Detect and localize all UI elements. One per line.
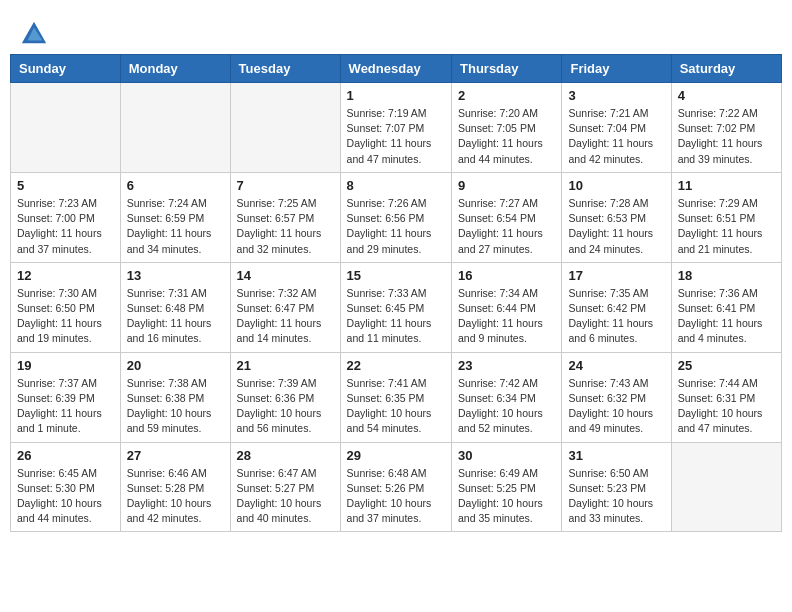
day-number: 26 (17, 448, 114, 463)
day-info: Sunrise: 7:44 AM Sunset: 6:31 PM Dayligh… (678, 376, 775, 437)
day-info: Sunrise: 6:47 AM Sunset: 5:27 PM Dayligh… (237, 466, 334, 527)
day-number: 2 (458, 88, 555, 103)
day-number: 29 (347, 448, 445, 463)
day-info: Sunrise: 7:35 AM Sunset: 6:42 PM Dayligh… (568, 286, 664, 347)
calendar-day-cell: 23Sunrise: 7:42 AM Sunset: 6:34 PM Dayli… (452, 352, 562, 442)
calendar-day-cell: 27Sunrise: 6:46 AM Sunset: 5:28 PM Dayli… (120, 442, 230, 532)
day-info: Sunrise: 7:19 AM Sunset: 7:07 PM Dayligh… (347, 106, 445, 167)
day-number: 21 (237, 358, 334, 373)
day-info: Sunrise: 7:37 AM Sunset: 6:39 PM Dayligh… (17, 376, 114, 437)
day-number: 24 (568, 358, 664, 373)
day-info: Sunrise: 7:23 AM Sunset: 7:00 PM Dayligh… (17, 196, 114, 257)
calendar-week-row: 19Sunrise: 7:37 AM Sunset: 6:39 PM Dayli… (11, 352, 782, 442)
day-of-week-header: Wednesday (340, 55, 451, 83)
calendar-day-cell (671, 442, 781, 532)
calendar-day-cell: 14Sunrise: 7:32 AM Sunset: 6:47 PM Dayli… (230, 262, 340, 352)
day-info: Sunrise: 7:29 AM Sunset: 6:51 PM Dayligh… (678, 196, 775, 257)
calendar-table: SundayMondayTuesdayWednesdayThursdayFrid… (10, 54, 782, 532)
day-number: 19 (17, 358, 114, 373)
calendar-week-row: 12Sunrise: 7:30 AM Sunset: 6:50 PM Dayli… (11, 262, 782, 352)
day-number: 5 (17, 178, 114, 193)
calendar-week-row: 1Sunrise: 7:19 AM Sunset: 7:07 PM Daylig… (11, 83, 782, 173)
calendar-day-cell: 10Sunrise: 7:28 AM Sunset: 6:53 PM Dayli… (562, 172, 671, 262)
calendar-day-cell: 19Sunrise: 7:37 AM Sunset: 6:39 PM Dayli… (11, 352, 121, 442)
day-number: 28 (237, 448, 334, 463)
day-info: Sunrise: 7:36 AM Sunset: 6:41 PM Dayligh… (678, 286, 775, 347)
day-number: 16 (458, 268, 555, 283)
day-info: Sunrise: 7:34 AM Sunset: 6:44 PM Dayligh… (458, 286, 555, 347)
calendar-day-cell: 12Sunrise: 7:30 AM Sunset: 6:50 PM Dayli… (11, 262, 121, 352)
calendar-day-cell: 29Sunrise: 6:48 AM Sunset: 5:26 PM Dayli… (340, 442, 451, 532)
calendar-day-cell: 31Sunrise: 6:50 AM Sunset: 5:23 PM Dayli… (562, 442, 671, 532)
day-number: 15 (347, 268, 445, 283)
day-number: 20 (127, 358, 224, 373)
calendar-week-row: 26Sunrise: 6:45 AM Sunset: 5:30 PM Dayli… (11, 442, 782, 532)
calendar-header-row: SundayMondayTuesdayWednesdayThursdayFrid… (11, 55, 782, 83)
day-info: Sunrise: 7:21 AM Sunset: 7:04 PM Dayligh… (568, 106, 664, 167)
day-number: 10 (568, 178, 664, 193)
calendar-day-cell: 26Sunrise: 6:45 AM Sunset: 5:30 PM Dayli… (11, 442, 121, 532)
day-number: 11 (678, 178, 775, 193)
day-number: 22 (347, 358, 445, 373)
day-number: 9 (458, 178, 555, 193)
day-info: Sunrise: 7:28 AM Sunset: 6:53 PM Dayligh… (568, 196, 664, 257)
day-number: 23 (458, 358, 555, 373)
calendar-day-cell: 22Sunrise: 7:41 AM Sunset: 6:35 PM Dayli… (340, 352, 451, 442)
day-info: Sunrise: 7:33 AM Sunset: 6:45 PM Dayligh… (347, 286, 445, 347)
day-number: 30 (458, 448, 555, 463)
calendar-day-cell (230, 83, 340, 173)
day-of-week-header: Monday (120, 55, 230, 83)
day-number: 3 (568, 88, 664, 103)
calendar-day-cell: 3Sunrise: 7:21 AM Sunset: 7:04 PM Daylig… (562, 83, 671, 173)
day-info: Sunrise: 7:42 AM Sunset: 6:34 PM Dayligh… (458, 376, 555, 437)
day-number: 13 (127, 268, 224, 283)
day-info: Sunrise: 7:22 AM Sunset: 7:02 PM Dayligh… (678, 106, 775, 167)
day-number: 7 (237, 178, 334, 193)
day-info: Sunrise: 6:46 AM Sunset: 5:28 PM Dayligh… (127, 466, 224, 527)
day-of-week-header: Thursday (452, 55, 562, 83)
day-info: Sunrise: 7:32 AM Sunset: 6:47 PM Dayligh… (237, 286, 334, 347)
calendar-day-cell: 21Sunrise: 7:39 AM Sunset: 6:36 PM Dayli… (230, 352, 340, 442)
calendar-day-cell: 28Sunrise: 6:47 AM Sunset: 5:27 PM Dayli… (230, 442, 340, 532)
day-of-week-header: Sunday (11, 55, 121, 83)
day-info: Sunrise: 7:38 AM Sunset: 6:38 PM Dayligh… (127, 376, 224, 437)
day-info: Sunrise: 7:31 AM Sunset: 6:48 PM Dayligh… (127, 286, 224, 347)
calendar-week-row: 5Sunrise: 7:23 AM Sunset: 7:00 PM Daylig… (11, 172, 782, 262)
day-number: 18 (678, 268, 775, 283)
day-info: Sunrise: 6:49 AM Sunset: 5:25 PM Dayligh… (458, 466, 555, 527)
calendar-day-cell: 4Sunrise: 7:22 AM Sunset: 7:02 PM Daylig… (671, 83, 781, 173)
day-number: 6 (127, 178, 224, 193)
day-info: Sunrise: 6:48 AM Sunset: 5:26 PM Dayligh… (347, 466, 445, 527)
calendar-day-cell: 11Sunrise: 7:29 AM Sunset: 6:51 PM Dayli… (671, 172, 781, 262)
calendar-day-cell: 30Sunrise: 6:49 AM Sunset: 5:25 PM Dayli… (452, 442, 562, 532)
day-number: 1 (347, 88, 445, 103)
calendar-day-cell: 15Sunrise: 7:33 AM Sunset: 6:45 PM Dayli… (340, 262, 451, 352)
day-info: Sunrise: 6:45 AM Sunset: 5:30 PM Dayligh… (17, 466, 114, 527)
day-number: 25 (678, 358, 775, 373)
calendar-day-cell: 24Sunrise: 7:43 AM Sunset: 6:32 PM Dayli… (562, 352, 671, 442)
calendar-day-cell: 25Sunrise: 7:44 AM Sunset: 6:31 PM Dayli… (671, 352, 781, 442)
page-header (10, 10, 782, 54)
logo (20, 20, 52, 48)
day-info: Sunrise: 7:41 AM Sunset: 6:35 PM Dayligh… (347, 376, 445, 437)
day-info: Sunrise: 7:25 AM Sunset: 6:57 PM Dayligh… (237, 196, 334, 257)
day-number: 4 (678, 88, 775, 103)
calendar-day-cell: 13Sunrise: 7:31 AM Sunset: 6:48 PM Dayli… (120, 262, 230, 352)
day-number: 8 (347, 178, 445, 193)
calendar-day-cell: 7Sunrise: 7:25 AM Sunset: 6:57 PM Daylig… (230, 172, 340, 262)
day-info: Sunrise: 7:39 AM Sunset: 6:36 PM Dayligh… (237, 376, 334, 437)
calendar-day-cell: 9Sunrise: 7:27 AM Sunset: 6:54 PM Daylig… (452, 172, 562, 262)
day-number: 27 (127, 448, 224, 463)
calendar-day-cell: 18Sunrise: 7:36 AM Sunset: 6:41 PM Dayli… (671, 262, 781, 352)
calendar-day-cell: 6Sunrise: 7:24 AM Sunset: 6:59 PM Daylig… (120, 172, 230, 262)
calendar-day-cell: 16Sunrise: 7:34 AM Sunset: 6:44 PM Dayli… (452, 262, 562, 352)
day-number: 14 (237, 268, 334, 283)
day-number: 31 (568, 448, 664, 463)
day-info: Sunrise: 7:20 AM Sunset: 7:05 PM Dayligh… (458, 106, 555, 167)
day-info: Sunrise: 6:50 AM Sunset: 5:23 PM Dayligh… (568, 466, 664, 527)
logo-icon (20, 20, 48, 48)
day-of-week-header: Saturday (671, 55, 781, 83)
day-of-week-header: Tuesday (230, 55, 340, 83)
calendar-day-cell (120, 83, 230, 173)
day-info: Sunrise: 7:24 AM Sunset: 6:59 PM Dayligh… (127, 196, 224, 257)
